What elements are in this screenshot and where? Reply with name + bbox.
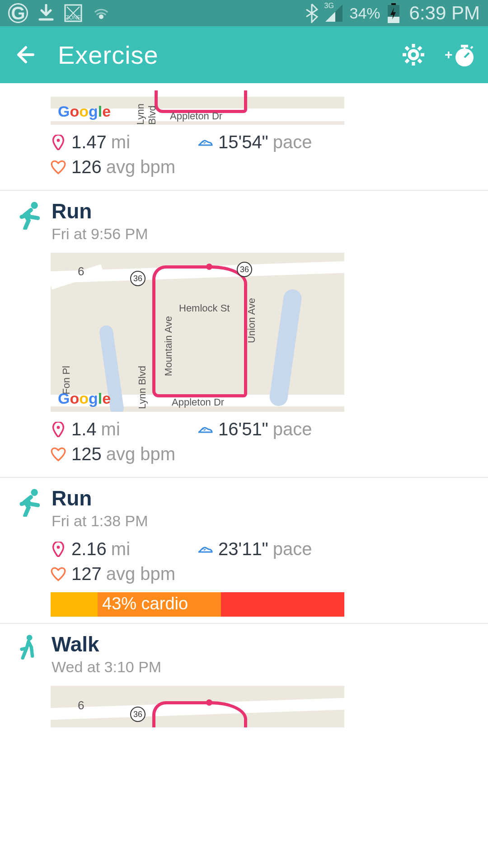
heart-rate-icon bbox=[51, 447, 66, 462]
android-status-bar: G ZONE 3G 34% 6:39 PM bbox=[0, 0, 488, 26]
pace-unit: pace bbox=[273, 539, 312, 559]
app-bar: Exercise + bbox=[0, 26, 488, 83]
svg-point-29 bbox=[57, 546, 60, 549]
stopwatch-plus-icon: + bbox=[443, 41, 474, 68]
run-icon bbox=[14, 201, 42, 230]
svg-text:ZONE: ZONE bbox=[66, 14, 80, 21]
svg-point-6 bbox=[409, 51, 418, 59]
heart-rate-icon bbox=[51, 160, 66, 175]
svg-rect-17 bbox=[461, 45, 468, 47]
bpm-unit: avg bpm bbox=[106, 157, 175, 177]
exercise-card[interactable]: Walk Wed at 3:10 PM 6 36 bbox=[0, 624, 488, 739]
bpm-unit: avg bpm bbox=[106, 564, 175, 584]
status-left: G ZONE bbox=[8, 3, 110, 23]
heart-rate-icon bbox=[51, 566, 66, 582]
distance-unit: mi bbox=[111, 132, 130, 152]
cardio-zone-label: 43% cardio bbox=[102, 594, 188, 613]
map-attribution: Google bbox=[58, 103, 111, 120]
activity-type: Walk bbox=[52, 632, 161, 656]
svg-line-14 bbox=[406, 60, 408, 62]
fat-burn-zone-segment bbox=[51, 592, 98, 617]
svg-point-28 bbox=[31, 489, 38, 496]
activity-type: Run bbox=[52, 486, 148, 510]
pace-value: 23'11" bbox=[218, 539, 268, 559]
walk-icon bbox=[14, 634, 42, 663]
pace-unit: pace bbox=[273, 132, 312, 152]
svg-rect-5 bbox=[388, 17, 399, 23]
broadcast-icon bbox=[92, 4, 110, 22]
distance-value: 2.16 bbox=[71, 539, 107, 559]
exercise-card[interactable]: Run Fri at 9:56 PM 6 36 36 Hemlock St bbox=[0, 191, 488, 478]
svg-line-12 bbox=[418, 60, 421, 62]
route-map[interactable]: 6 36 36 Hemlock St Appleton Dr Mountain … bbox=[51, 253, 344, 412]
battery-percent: 34% bbox=[350, 5, 380, 22]
pace-value: 16'51" bbox=[218, 419, 268, 439]
run-icon bbox=[14, 488, 42, 517]
activity-time: Fri at 9:56 PM bbox=[52, 225, 148, 243]
activity-time: Wed at 3:10 PM bbox=[52, 658, 161, 676]
activity-time: Fri at 1:38 PM bbox=[52, 512, 148, 530]
bluetooth-icon bbox=[305, 3, 318, 23]
bpm-value: 127 bbox=[71, 564, 102, 584]
exercise-card[interactable]: Appleton Dr Lynn Blvd Google 1.47 mi 15'… bbox=[0, 90, 488, 191]
gear-icon bbox=[402, 43, 425, 66]
battery-charging-icon bbox=[387, 3, 400, 23]
distance-pin-icon bbox=[51, 422, 66, 437]
distance-value: 1.47 bbox=[71, 132, 107, 152]
settings-button[interactable] bbox=[398, 39, 429, 71]
pace-unit: pace bbox=[273, 419, 312, 439]
exercise-stats: 1.47 mi 15'54" pace 126 avg bpm bbox=[51, 132, 344, 177]
peak-zone-segment bbox=[221, 592, 344, 617]
network-indicator: 3G bbox=[324, 4, 343, 23]
add-exercise-button[interactable]: + bbox=[443, 39, 474, 71]
pace-value: 15'54" bbox=[218, 132, 268, 152]
svg-line-23 bbox=[204, 142, 206, 143]
status-time: 6:39 PM bbox=[409, 2, 480, 24]
google-notification-icon: G bbox=[8, 3, 28, 23]
svg-point-2 bbox=[99, 14, 103, 19]
pace-shoe-icon bbox=[197, 422, 213, 437]
exercise-list: Appleton Dr Lynn Blvd Google 1.47 mi 15'… bbox=[0, 90, 488, 739]
bpm-value: 125 bbox=[71, 444, 102, 464]
distance-unit: mi bbox=[111, 539, 130, 559]
bpm-unit: avg bpm bbox=[106, 444, 175, 464]
route-map[interactable]: Appleton Dr Lynn Blvd Google bbox=[51, 90, 344, 125]
bpm-value: 126 bbox=[71, 157, 102, 177]
svg-point-21 bbox=[57, 139, 60, 142]
svg-point-25 bbox=[57, 426, 60, 429]
svg-line-11 bbox=[406, 47, 408, 50]
heart-rate-zone-bar: 43% cardio bbox=[51, 592, 344, 617]
back-button[interactable] bbox=[14, 42, 39, 67]
pace-shoe-icon bbox=[197, 542, 213, 557]
svg-line-27 bbox=[204, 429, 206, 430]
download-icon bbox=[38, 4, 54, 22]
zone-icon: ZONE bbox=[64, 4, 82, 22]
exercise-stats: 1.4 mi 16'51" pace 125 avg bpm bbox=[51, 419, 344, 464]
distance-pin-icon bbox=[51, 542, 66, 557]
distance-unit: mi bbox=[101, 419, 120, 439]
activity-type: Run bbox=[52, 199, 148, 223]
status-right: 3G 34% 6:39 PM bbox=[305, 2, 480, 24]
svg-text:+: + bbox=[445, 47, 453, 62]
route-map[interactable]: 6 36 bbox=[51, 686, 344, 727]
page-title: Exercise bbox=[58, 40, 384, 70]
pace-shoe-icon bbox=[197, 135, 213, 150]
distance-value: 1.4 bbox=[71, 419, 97, 439]
svg-line-31 bbox=[204, 549, 206, 550]
exercise-stats: 2.16 mi 23'11" pace 127 avg bpm bbox=[51, 539, 344, 584]
svg-point-24 bbox=[31, 202, 38, 209]
distance-pin-icon bbox=[51, 135, 66, 150]
map-attribution: Google bbox=[58, 390, 111, 407]
svg-rect-3 bbox=[391, 3, 396, 5]
exercise-card[interactable]: Run Fri at 1:38 PM 2.16 mi 23'11" pace bbox=[0, 478, 488, 624]
svg-point-32 bbox=[27, 635, 33, 641]
svg-line-20 bbox=[471, 47, 473, 48]
svg-line-13 bbox=[418, 47, 421, 50]
